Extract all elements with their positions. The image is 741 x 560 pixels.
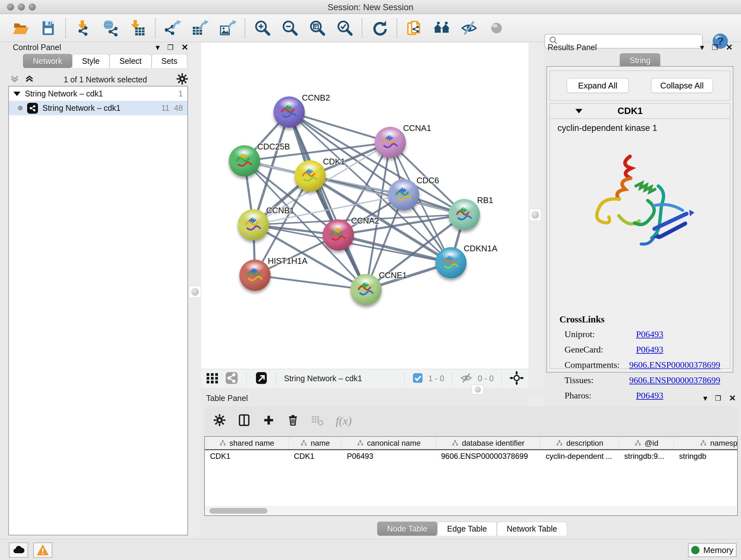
edge-HIST1H1A-CCNE1[interactable] bbox=[255, 275, 366, 290]
network-collection-row[interactable]: String Network – cdk1 1 bbox=[9, 86, 187, 101]
tab-string[interactable]: String bbox=[620, 53, 660, 67]
node-result-header[interactable]: CDK1 bbox=[550, 104, 730, 119]
right-splitter-handle[interactable] bbox=[529, 209, 541, 221]
export-network-icon[interactable] bbox=[164, 19, 181, 37]
panel-menu-icon[interactable]: ▾ bbox=[703, 393, 707, 403]
float-panel-icon[interactable]: ❐ bbox=[167, 44, 174, 52]
column-header-shared-name[interactable]: shared name bbox=[205, 437, 289, 449]
crosslinks-title: CrossLinks bbox=[559, 314, 720, 325]
import-network-database-icon[interactable] bbox=[102, 19, 119, 37]
clone-network-icon[interactable] bbox=[406, 19, 423, 37]
column-header-namespace[interactable]: namespace bbox=[674, 437, 738, 449]
node-CDC6[interactable] bbox=[388, 179, 419, 210]
tab-network-table[interactable]: Network Table bbox=[497, 522, 567, 536]
column-header-@id[interactable]: @id bbox=[619, 437, 674, 449]
left-splitter-handle[interactable] bbox=[189, 286, 201, 298]
grid-view-icon[interactable] bbox=[205, 371, 219, 386]
node-CCNA1[interactable] bbox=[375, 127, 406, 158]
delete-table-icon[interactable] bbox=[311, 414, 324, 428]
crosslink-row: GeneCard:P06493 bbox=[559, 345, 720, 355]
left-splitter[interactable] bbox=[189, 43, 200, 536]
import-network-icon[interactable] bbox=[74, 19, 91, 37]
current-network-name: String Network – cdk1 bbox=[284, 374, 397, 383]
column-header-description[interactable]: description bbox=[541, 437, 619, 449]
fit-content-crosshair-icon[interactable] bbox=[509, 371, 524, 387]
network-row[interactable]: String Network – cdk1 11 48 bbox=[9, 101, 187, 115]
panel-menu-icon[interactable]: ▾ bbox=[700, 43, 704, 52]
column-header-name[interactable]: name bbox=[289, 437, 342, 449]
column-header-canonical-name[interactable]: canonical name bbox=[342, 437, 436, 449]
close-panel-icon[interactable]: ✕ bbox=[729, 393, 736, 403]
network-canvas[interactable]: CCNB2 CCNA1 CDC25B CDK1 CDC6 RB1 CCNB1 C… bbox=[201, 43, 529, 369]
collection-expander-icon[interactable] bbox=[13, 91, 20, 96]
network-options-gear-icon[interactable] bbox=[176, 73, 188, 86]
import-table-icon[interactable] bbox=[129, 19, 146, 37]
cloud-icon[interactable] bbox=[9, 543, 28, 558]
table-options-gear-icon[interactable] bbox=[213, 414, 226, 428]
birds-eye-icon[interactable] bbox=[488, 19, 505, 37]
table-header-row: shared namenamecanonical namedatabase id… bbox=[205, 437, 737, 450]
tab-sets[interactable]: Sets bbox=[151, 54, 187, 68]
node-CCNA2[interactable] bbox=[323, 219, 354, 251]
function-builder-button[interactable]: f(x) bbox=[336, 414, 352, 428]
node-CDC25B[interactable] bbox=[229, 145, 260, 177]
scrollbar-thumb[interactable] bbox=[209, 508, 267, 514]
detach-view-icon[interactable] bbox=[254, 371, 268, 386]
float-panel-icon[interactable]: ❐ bbox=[712, 44, 718, 52]
crosslinks-section: CrossLinks Uniprot:P06493GeneCard:P06493… bbox=[550, 314, 730, 406]
tab-select[interactable]: Select bbox=[110, 54, 151, 68]
crosslink-link[interactable]: 9606.ENSP00000378699 bbox=[629, 360, 720, 370]
node-HIST1H1A[interactable] bbox=[239, 260, 271, 291]
node-CCNB1[interactable] bbox=[238, 209, 269, 240]
float-panel-icon[interactable]: ❐ bbox=[715, 394, 721, 402]
column-header-database-identifier[interactable]: database identifier bbox=[436, 437, 541, 449]
panel-menu-icon[interactable]: ▾ bbox=[155, 43, 159, 52]
tab-style[interactable]: Style bbox=[72, 54, 110, 68]
save-session-icon[interactable] bbox=[40, 19, 57, 37]
node-RB1[interactable] bbox=[449, 199, 480, 230]
node-CDK1[interactable] bbox=[294, 160, 326, 192]
collapse-all-networks-icon[interactable] bbox=[10, 74, 20, 85]
table-cell: CDK1 bbox=[289, 450, 342, 463]
section-expander-icon[interactable] bbox=[576, 109, 583, 113]
open-file-icon[interactable] bbox=[12, 19, 29, 37]
table-horizontal-scrollbar[interactable] bbox=[205, 506, 737, 515]
string-home-icon[interactable] bbox=[433, 19, 450, 37]
network-view-icon[interactable] bbox=[225, 371, 239, 386]
node-CDKN1A[interactable] bbox=[435, 247, 467, 278]
tab-edge-table[interactable]: Edge Table bbox=[437, 522, 497, 536]
refresh-icon[interactable] bbox=[371, 19, 388, 37]
add-column-icon[interactable] bbox=[262, 414, 275, 428]
crosslink-link[interactable]: P06493 bbox=[636, 329, 664, 339]
node-CCNE1[interactable] bbox=[350, 274, 382, 305]
hide-panel-icon[interactable] bbox=[461, 19, 478, 37]
zoom-in-icon[interactable] bbox=[254, 19, 271, 37]
warning-icon[interactable] bbox=[33, 543, 52, 558]
bottom-splitter-handle[interactable] bbox=[472, 385, 484, 394]
show-columns-icon[interactable] bbox=[238, 414, 251, 428]
zoom-fit-icon[interactable] bbox=[309, 19, 326, 37]
hidden-eye-slash-icon[interactable] bbox=[460, 372, 473, 386]
selected-checkbox-icon[interactable] bbox=[412, 373, 423, 385]
window-title: Session: New Session bbox=[0, 3, 741, 12]
table-row[interactable]: CDK1CDK1P064939606.ENSP00000378699cyclin… bbox=[205, 450, 737, 463]
node-CCNB2[interactable] bbox=[273, 97, 305, 128]
zoom-out-icon[interactable] bbox=[281, 19, 298, 37]
memory-button[interactable]: Memory bbox=[688, 543, 737, 557]
close-panel-icon[interactable]: ✕ bbox=[181, 43, 188, 52]
tab-network[interactable]: Network bbox=[23, 54, 72, 68]
node-description: cyclin-dependent kinase 1 bbox=[550, 119, 730, 138]
export-table-icon[interactable] bbox=[192, 19, 209, 37]
toolbar-separator bbox=[361, 18, 362, 38]
delete-column-trash-icon[interactable] bbox=[286, 414, 299, 428]
expand-all-networks-icon[interactable] bbox=[24, 74, 35, 85]
zoom-selected-icon[interactable] bbox=[336, 19, 353, 37]
collapse-all-button[interactable]: Collapse All bbox=[651, 78, 713, 93]
crosslink-link[interactable]: 9606.ENSP00000378699 bbox=[629, 375, 720, 385]
close-panel-icon[interactable]: ✕ bbox=[726, 43, 733, 52]
tab-node-table[interactable]: Node Table bbox=[377, 522, 437, 536]
crosslink-link[interactable]: P06493 bbox=[636, 345, 664, 355]
expand-all-button[interactable]: Expand All bbox=[567, 78, 629, 93]
hidden-counts: 0 - 0 bbox=[478, 374, 494, 383]
export-image-icon[interactable] bbox=[219, 19, 236, 37]
